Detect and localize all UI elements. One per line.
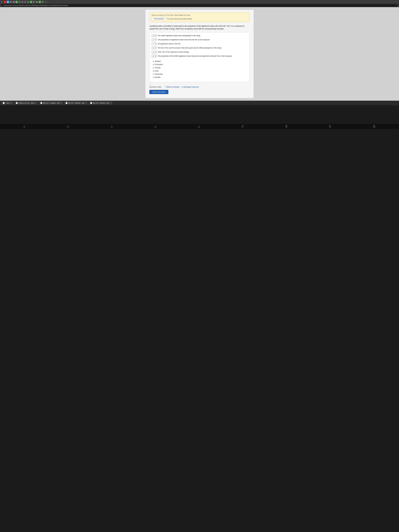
tab-4[interactable]: ◀ (13, 1, 15, 3)
question-help: Question Help: 📄 Written Example ✉ Messa… (149, 86, 250, 88)
page-wrapper: Score on last try: 0.5 of 3 pts. See Det… (0, 7, 399, 101)
next-question-row: > Next question You can retry this quest… (152, 17, 247, 20)
tab-l[interactable]: L (24, 1, 26, 3)
score-notice: Score on last try: 0.5 of 3 pts. See Det… (149, 13, 250, 22)
tab-v[interactable]: v (18, 1, 21, 3)
download-name-4: Bio 211 - Microbi....pdf (93, 102, 109, 104)
download-item-4[interactable]: 📄 Bio 211 - Microbi....pdf ∧ (89, 101, 112, 105)
download-name-2: Bio 211 - Chapter....pdf (43, 102, 59, 104)
match-row: dabcef The list of Yes and No answers th… (152, 47, 247, 49)
doc-icon-4: 📄 (90, 102, 92, 104)
match-row: cabdef The proportion of registered vote… (152, 38, 247, 41)
fn-key-f3[interactable]: ≡0 F3 (67, 125, 69, 128)
download-item-0[interactable]: 📄 ..docx ∧ (1, 101, 13, 105)
tab-list[interactable]: ≡ (21, 1, 24, 3)
download-name-1: Outline_for_Re....docx (19, 102, 34, 104)
tab-h[interactable]: h (42, 1, 44, 3)
submit-question-button[interactable]: Submit Question (149, 90, 168, 94)
fn-key-f9[interactable]: ▶▶ F9 (329, 125, 331, 128)
match-select-5[interactable]: abcdef (152, 51, 157, 53)
tab-count: ≡1 (1, 1, 3, 3)
fn-key-f6[interactable]: ⠶ F6 (198, 125, 200, 128)
written-example-link[interactable]: 📄 Written Example (164, 86, 180, 88)
tab-play[interactable]: ► (27, 1, 29, 3)
message-instructor-label: Message Instructor (184, 86, 199, 88)
document-icon: 📄 (164, 86, 166, 88)
tab-word[interactable]: W (7, 1, 9, 3)
match-text-2: The proportion of registered voters who … (158, 38, 247, 41)
tab-bar: ≡1 ▶ W M ◀ G v ≡ L ► G C ▶ G h G a (1, 1, 398, 3)
match-select-4[interactable]: dabcef (152, 47, 157, 49)
match-select-3[interactable]: fabcde (152, 43, 157, 45)
tab-google-2[interactable]: G (30, 1, 32, 3)
caret-3: ∧ (86, 102, 86, 104)
fn-key-f8[interactable]: ▐▐ F8 (285, 125, 287, 128)
match-text-6: The proportion of the 1000 registered vo… (158, 55, 247, 57)
match-select-2[interactable]: cabdef (152, 38, 157, 41)
written-example-label: Written Example (166, 86, 180, 88)
tab-more[interactable]: G a (45, 1, 47, 3)
answer-item-e: e. Parameter (153, 73, 247, 75)
tab-youtube[interactable]: ▶ (4, 1, 6, 3)
retry-text: You can retry this question below (167, 18, 192, 20)
address-bar-row: myopenmath.com/assess2/index.php?cid=139… (1, 4, 398, 7)
match-text-5: Vote: Yes or No response to solar energy (158, 51, 247, 53)
caret-0: ∧ (11, 102, 12, 104)
fn-key-f4[interactable]: ⣿ F4 (111, 125, 113, 128)
tab-c[interactable]: C (33, 1, 35, 3)
caret-4: ∧ (110, 102, 111, 104)
score-notice-text: Score on last try: 0.5 of 3 pts. See Det… (152, 14, 247, 16)
match-select-1[interactable]: eabcdf (152, 34, 157, 37)
match-select-6[interactable]: bacdef (152, 55, 157, 57)
doc-icon-1: 📄 (16, 102, 18, 104)
match-row: fabcde All registered voters in the US (152, 43, 247, 45)
doc-icon-3: 📄 (65, 102, 68, 104)
fn-key-f10[interactable]: 🔊 F10 (373, 125, 375, 128)
doc-icon-2: 📄 (40, 102, 42, 104)
matching-box: eabcdf The 1000 registered voters who pa… (149, 32, 250, 82)
tab-google-1[interactable]: G (15, 1, 18, 3)
check-icon: ✓ (149, 83, 250, 86)
match-text-3: All registered voters in the US (158, 43, 247, 45)
answer-item-a: a. Statistic (153, 60, 247, 63)
next-question-button[interactable]: > Next question (152, 17, 166, 20)
fn-key-f5[interactable]: ⠶ F5 (154, 125, 156, 128)
fn-keys-row: ☀ F2 ≡0 F3 ⣿ F4 ⠶ F5 ⠶ F6 ◀◀ F7 ▐▐ F8 ▶▶ (0, 124, 399, 129)
match-row: bacdef The proportion of the 1000 regist… (152, 55, 247, 57)
download-name-3: Bio 211 - Microbi....pdf (68, 102, 84, 104)
download-bar: 📄 ..docx ∧ 📄 Outline_for_Re....docx ∧ 📄 … (0, 101, 399, 105)
main-content: Score on last try: 0.5 of 3 pts. See Det… (146, 10, 253, 98)
tab-play2[interactable]: ▶ (36, 1, 38, 3)
caret-1: ∧ (36, 102, 37, 104)
download-item-1[interactable]: 📄 Outline_for_Re....docx ∧ (14, 101, 38, 105)
match-text-1: The 1000 registered voters who participa… (158, 34, 247, 37)
download-item-2[interactable]: 📄 Bio 211 - Chapter....pdf ∧ (39, 101, 63, 105)
match-row: abcdef Vote: Yes or No response to solar… (152, 51, 247, 53)
download-name-0: ..docx (6, 102, 10, 104)
address-bar[interactable]: myopenmath.com/assess2/index.php?cid=139… (2, 4, 397, 6)
answer-item-c: c. Sample (153, 66, 247, 69)
dark-bottom: ☀ F2 ≡0 F3 ⣿ F4 ⠶ F5 ⠶ F6 ◀◀ F7 ▐▐ F8 ▶▶ (0, 105, 399, 132)
question-help-label: Question Help: (149, 86, 162, 88)
question-text: A political action committee is interest… (149, 25, 250, 30)
caret-2: ∧ (61, 102, 62, 104)
doc-icon-0: 📄 (3, 102, 5, 104)
answer-item-f: f. Variable (153, 76, 247, 78)
match-row: eabcdf The 1000 registered voters who pa… (152, 34, 247, 37)
answer-item-b: b. Population (153, 63, 247, 66)
answer-list: a. Statistic b. Population c. Sample d. … (152, 59, 247, 80)
message-instructor-link[interactable]: ✉ Message Instructor (181, 86, 199, 88)
answer-item-d: d. Data (153, 70, 247, 72)
fn-key-f7[interactable]: ◀◀ F7 (242, 125, 244, 128)
fn-key-f2[interactable]: ☀ F2 (24, 125, 25, 128)
browser-chrome: ≡1 ▶ W M ◀ G v ≡ L ► G C ▶ G h G a myope… (0, 0, 399, 7)
tab-google-3[interactable]: G (39, 1, 41, 3)
envelope-icon: ✉ (181, 86, 183, 88)
match-text-4: The list of Yes and No answers that were… (158, 47, 247, 49)
download-item-3[interactable]: 📄 Bio 211 - Microbi....pdf ∧ (64, 101, 88, 105)
tab-m[interactable]: M (10, 1, 12, 3)
